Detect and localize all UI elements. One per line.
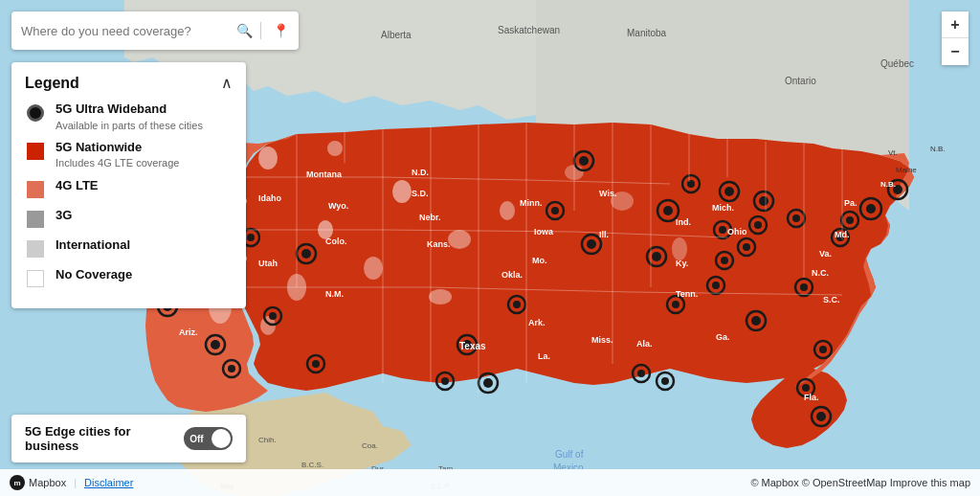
svg-text:N.D.: N.D.: [412, 168, 429, 177]
legend-text-5g-nationwide: 5G Nationwide Includes 4G LTE coverage: [56, 140, 179, 170]
svg-point-78: [819, 346, 827, 353]
svg-point-100: [441, 377, 449, 385]
edge-toggle-switch[interactable]: Off: [184, 427, 233, 450]
svg-text:Kans.: Kans.: [427, 239, 451, 249]
svg-text:Ill.: Ill.: [599, 230, 609, 239]
edge-toggle-panel: 5G Edge cities for business Off: [11, 415, 246, 462]
svg-point-10: [258, 147, 278, 169]
search-icon[interactable]: 🔍: [236, 23, 253, 38]
svg-text:Ala.: Ala.: [636, 339, 653, 349]
svg-text:N.M.: N.M.: [325, 289, 344, 299]
spacer: |: [74, 477, 77, 488]
svg-text:Saskatchewan: Saskatchewan: [498, 25, 560, 35]
svg-text:Mich.: Mich.: [712, 203, 734, 213]
svg-text:Alberta: Alberta: [381, 30, 412, 40]
legend-item-5g-ultra: 5G Ultra Wideband Available in parts of …: [25, 101, 233, 132]
svg-point-98: [551, 207, 559, 214]
svg-text:Ontario: Ontario: [785, 76, 816, 86]
svg-point-68: [712, 282, 720, 289]
svg-point-72: [800, 283, 808, 291]
disclaimer-link[interactable]: Disclaimer: [84, 477, 133, 488]
svg-point-32: [211, 340, 220, 349]
search-input[interactable]: [21, 24, 236, 38]
svg-rect-2: [909, 0, 980, 496]
svg-text:Ark.: Ark.: [528, 318, 546, 327]
svg-text:Okla.: Okla.: [501, 270, 523, 280]
svg-text:Miss.: Miss.: [591, 335, 613, 345]
map-container: Wash. Ore. Idaho Montana N.D. S.D. Nebr.…: [0, 0, 980, 496]
legend-text-3g: 3G: [56, 208, 72, 223]
svg-text:Colo.: Colo.: [325, 237, 347, 246]
legend-item-international: International: [25, 237, 233, 259]
svg-point-76: [802, 384, 810, 392]
legend-item-5g-nationwide: 5G Nationwide Includes 4G LTE coverage: [25, 140, 233, 170]
legend-icon-5g-ultra: [25, 102, 46, 124]
svg-text:Maine: Maine: [896, 166, 917, 174]
mapbox-icon: m: [10, 475, 25, 490]
svg-text:Ind.: Ind.: [676, 217, 691, 227]
svg-text:Ga.: Ga.: [716, 332, 730, 342]
legend-text-5g-ultra: 5G Ultra Wideband Available in parts of …: [56, 101, 203, 132]
svg-point-40: [269, 312, 277, 320]
svg-point-44: [483, 378, 493, 388]
toggle-state-label: Off: [189, 434, 203, 444]
svg-text:Montana: Montana: [306, 169, 343, 179]
svg-text:Fla.: Fla.: [804, 393, 819, 402]
legend-panel: Legend ∧ 5G Ultra Wideband Available in …: [11, 62, 246, 308]
svg-text:Coa.: Coa.: [362, 441, 378, 450]
svg-point-11: [327, 141, 343, 156]
svg-text:Gulf of: Gulf of: [555, 449, 584, 460]
svg-point-36: [301, 249, 311, 259]
svg-point-22: [672, 237, 687, 260]
svg-text:Minn.: Minn.: [520, 198, 543, 208]
svg-text:Ky.: Ky.: [676, 259, 688, 268]
search-bar: 🔍 📍: [11, 11, 299, 50]
svg-point-74: [816, 412, 826, 421]
svg-text:Mo.: Mo.: [532, 256, 547, 265]
divider: [260, 22, 261, 39]
svg-text:La.: La.: [538, 351, 550, 361]
svg-text:Nebr.: Nebr.: [419, 213, 441, 222]
legend-icon-4glte: [25, 179, 46, 200]
legend-item-no-coverage: No Coverage: [25, 267, 233, 289]
legend-collapse-button[interactable]: ∧: [221, 74, 233, 92]
svg-point-54: [754, 221, 762, 229]
svg-text:N.B.: N.B.: [880, 180, 896, 189]
legend-text-no-coverage: No Coverage: [56, 267, 132, 282]
zoom-in-button[interactable]: +: [942, 11, 969, 38]
mapbox-branding: m Mapbox | Disclaimer: [10, 475, 133, 490]
location-pin-icon[interactable]: 📍: [273, 23, 289, 38]
legend-title: Legend: [25, 75, 79, 92]
svg-point-82: [846, 216, 854, 224]
legend-icon-3g: [25, 209, 46, 230]
legend-icon-international: [25, 238, 46, 259]
zoom-out-button[interactable]: −: [942, 38, 969, 65]
legend-item-3g: 3G: [25, 208, 233, 230]
svg-point-48: [663, 206, 673, 215]
svg-text:Tenn.: Tenn.: [676, 289, 698, 299]
svg-text:Md.: Md.: [835, 230, 850, 239]
legend-text-international: International: [56, 237, 130, 253]
svg-text:Québec: Québec: [880, 58, 914, 69]
svg-point-13: [448, 230, 471, 249]
svg-text:N.C.: N.C.: [812, 268, 829, 278]
svg-text:Iowa: Iowa: [534, 227, 554, 237]
zoom-controls: + −: [942, 11, 969, 65]
svg-text:Idaho: Idaho: [258, 193, 282, 203]
bottom-bar: m Mapbox | Disclaimer © Mapbox © OpenStr…: [0, 469, 980, 496]
legend-icon-5g-nationwide: [25, 141, 46, 162]
svg-point-12: [392, 180, 412, 203]
svg-text:B.C.S.: B.C.S.: [301, 461, 323, 469]
svg-point-15: [364, 257, 383, 280]
svg-text:S.C.: S.C.: [823, 295, 840, 304]
svg-point-56: [719, 226, 726, 234]
svg-point-88: [637, 370, 645, 377]
svg-point-62: [652, 252, 661, 261]
svg-point-92: [687, 180, 695, 188]
mapbox-label[interactable]: Mapbox: [29, 477, 66, 488]
svg-point-84: [866, 204, 876, 214]
svg-point-94: [721, 257, 728, 264]
map-attribution: © Mapbox © OpenStreetMap Improve this ma…: [750, 477, 970, 488]
toggle-knob: [212, 429, 231, 448]
legend-header: Legend ∧: [25, 74, 233, 92]
